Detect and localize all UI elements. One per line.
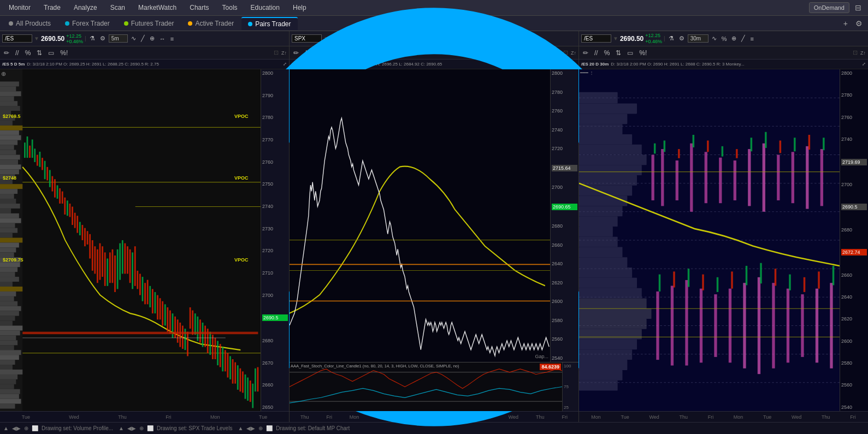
svg-rect-106 bbox=[104, 252, 106, 286]
chart3-price-scale: 2800 2780 2760 2740 2719.69 2700 2690.5 … bbox=[840, 69, 868, 411]
svg-rect-133 bbox=[172, 313, 174, 338]
svg-rect-99 bbox=[87, 231, 88, 245]
svg-rect-131 bbox=[167, 307, 168, 332]
svg-rect-257 bbox=[688, 269, 690, 287]
vpoc1-label: VPOC bbox=[234, 114, 249, 119]
svg-rect-188 bbox=[579, 104, 637, 114]
vpoc2-label: VPOC bbox=[234, 175, 249, 181]
svg-rect-112 bbox=[119, 243, 121, 280]
svg-rect-221 bbox=[719, 158, 722, 203]
svg-rect-114 bbox=[124, 243, 126, 274]
svg-rect-102 bbox=[94, 246, 96, 274]
svg-rect-192 bbox=[579, 145, 642, 155]
svg-rect-163 bbox=[247, 378, 249, 401]
svg-rect-168 bbox=[22, 332, 258, 334]
svg-rect-237 bbox=[772, 283, 775, 368]
svg-rect-189 bbox=[579, 114, 627, 124]
svg-rect-238 bbox=[787, 289, 789, 363]
svg-rect-265 bbox=[804, 277, 806, 292]
svg-rect-161 bbox=[242, 371, 244, 393]
chart3-area[interactable]: 2800 2780 2760 2740 2719.69 2700 2690.5 … bbox=[579, 69, 868, 411]
svg-rect-37 bbox=[0, 247, 16, 252]
svg-rect-48 bbox=[0, 301, 17, 306]
svg-rect-154 bbox=[225, 350, 226, 371]
svg-rect-212 bbox=[579, 349, 632, 360]
svg-rect-158 bbox=[234, 362, 236, 384]
svg-rect-139 bbox=[187, 332, 188, 356]
svg-rect-21 bbox=[0, 169, 19, 174]
svg-rect-146 bbox=[204, 326, 206, 347]
svg-rect-98 bbox=[84, 228, 86, 247]
svg-rect-115 bbox=[127, 246, 128, 274]
svg-rect-225 bbox=[777, 155, 780, 200]
svg-rect-8 bbox=[0, 106, 20, 111]
svg-rect-77 bbox=[32, 140, 33, 158]
svg-rect-105 bbox=[102, 246, 103, 277]
svg-rect-92 bbox=[69, 204, 71, 217]
svg-rect-29 bbox=[0, 209, 11, 213]
svg-rect-149 bbox=[212, 335, 214, 359]
stoch-indicator-label: AAA_Fast_Stoch_Color_Line_Candle1 (no, 8… bbox=[291, 364, 459, 368]
svg-rect-109 bbox=[112, 249, 114, 283]
svg-rect-108 bbox=[109, 252, 111, 283]
chart2-upper-price: 2715.64 bbox=[552, 165, 577, 171]
svg-rect-13 bbox=[0, 130, 19, 135]
svg-rect-59 bbox=[0, 355, 19, 360]
svg-rect-94 bbox=[74, 213, 76, 228]
svg-rect-24 bbox=[0, 184, 22, 189]
svg-rect-143 bbox=[197, 317, 199, 341]
svg-rect-121 bbox=[142, 277, 144, 301]
svg-rect-46 bbox=[0, 292, 16, 296]
svg-rect-31 bbox=[0, 218, 21, 223]
chart1-area[interactable]: 2800 2790 2780 2770 2760 2750 2740 2730 … bbox=[0, 69, 289, 411]
svg-rect-79 bbox=[37, 155, 38, 166]
svg-rect-89 bbox=[62, 192, 63, 204]
svg-rect-57 bbox=[0, 345, 14, 350]
svg-rect-111 bbox=[117, 249, 119, 289]
svg-rect-91 bbox=[67, 200, 68, 216]
svg-rect-119 bbox=[137, 271, 138, 289]
svg-rect-153 bbox=[222, 347, 223, 372]
svg-rect-125 bbox=[152, 289, 153, 313]
svg-rect-259 bbox=[717, 277, 719, 292]
svg-rect-228 bbox=[820, 149, 823, 206]
svg-rect-201 bbox=[579, 237, 618, 247]
svg-rect-134 bbox=[174, 317, 176, 338]
svg-rect-137 bbox=[182, 326, 184, 349]
svg-rect-104 bbox=[99, 243, 101, 280]
svg-rect-215 bbox=[579, 381, 618, 391]
vpoc3-value: $2709.75 bbox=[3, 257, 23, 263]
svg-rect-160 bbox=[239, 368, 241, 391]
svg-rect-260 bbox=[731, 271, 733, 288]
vpoc1-value: $2769.5 bbox=[3, 114, 21, 119]
svg-rect-195 bbox=[579, 175, 637, 186]
chart-panel-3: ▼ 2690.50 +12.25+0.46% | ⚗ ⚙ ∿ % ⊕ ╱ ≡ ✏… bbox=[579, 31, 868, 422]
svg-rect-239 bbox=[801, 294, 804, 357]
stoch-price-scale: 100 75 25 bbox=[562, 362, 578, 411]
svg-rect-14 bbox=[0, 135, 21, 140]
svg-rect-132 bbox=[169, 311, 171, 334]
svg-rect-214 bbox=[579, 370, 623, 381]
svg-rect-84 bbox=[49, 170, 51, 187]
svg-rect-28 bbox=[0, 204, 20, 209]
svg-rect-148 bbox=[209, 332, 211, 355]
svg-rect-263 bbox=[775, 269, 777, 286]
chart3-range-indicator: ━━━ ⋮ bbox=[580, 70, 594, 75]
svg-rect-167 bbox=[257, 367, 259, 392]
chart2-stochastic-panel: AAA_Fast_Stoch_Color_Line_Candle1 (no, 8… bbox=[290, 362, 578, 411]
chart2-main-area[interactable]: 2800 2780 2760 2740 2720 2715.64 2700 26… bbox=[290, 69, 578, 362]
svg-rect-248 bbox=[736, 149, 738, 158]
svg-rect-78 bbox=[34, 148, 36, 162]
vpoc3-label: VPOC bbox=[234, 257, 249, 263]
svg-rect-36 bbox=[0, 242, 19, 247]
svg-rect-88 bbox=[59, 188, 61, 204]
svg-rect-198 bbox=[579, 206, 623, 216]
svg-rect-15 bbox=[0, 140, 17, 145]
ondemand-button[interactable]: OnDemand bbox=[809, 2, 849, 13]
svg-rect-208 bbox=[579, 308, 652, 319]
svg-rect-3 bbox=[0, 81, 19, 86]
svg-rect-155 bbox=[227, 353, 229, 378]
svg-rect-191 bbox=[579, 134, 632, 145]
svg-rect-16 bbox=[0, 145, 14, 150]
svg-rect-81 bbox=[42, 158, 43, 170]
